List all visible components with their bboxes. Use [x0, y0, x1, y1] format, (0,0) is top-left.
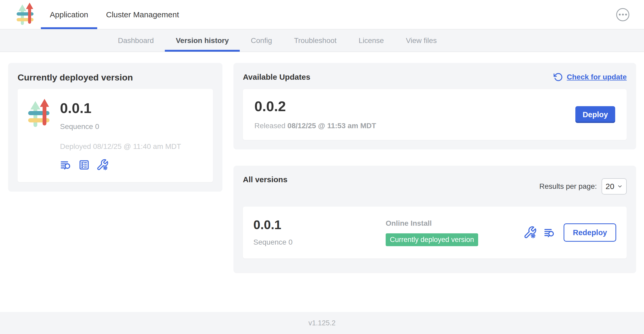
- edit-config-icon[interactable]: [523, 226, 537, 239]
- tab-dashboard[interactable]: Dashboard: [107, 29, 165, 52]
- update-released-timestamp: Released 08/12/25 @ 11:53 am MDT: [254, 122, 376, 130]
- tab-troubleshoot[interactable]: Troubleshoot: [283, 29, 347, 52]
- tab-view-files[interactable]: View files: [395, 29, 448, 52]
- deployed-version-info: 0.0.1 Sequence 0 Deployed 08/12/25 @ 11:…: [60, 99, 181, 171]
- update-row: 0.0.2 Released 08/12/25 @ 11:53 am MDT D…: [243, 89, 627, 140]
- deployed-version-card: 0.0.1 Sequence 0 Deployed 08/12/25 @ 11:…: [18, 89, 213, 182]
- version-row-status: Online Install Currently deployed versio…: [386, 219, 523, 246]
- release-notes-icon[interactable]: [60, 159, 72, 171]
- deployed-version-actions: [60, 159, 181, 171]
- deployed-sequence: Sequence 0: [60, 122, 181, 131]
- console-version-label: v1.125.2: [308, 319, 336, 327]
- app-logo: [15, 0, 36, 29]
- available-updates-card: Available Updates Check for update 0.0.2: [233, 63, 636, 149]
- currently-deployed-card: Currently deployed version 0.0.1 Sequenc…: [8, 63, 222, 192]
- version-row-info: 0.0.1 Sequence 0: [253, 219, 386, 246]
- results-per-page: Results per page: 20: [539, 178, 627, 195]
- ellipsis-menu-button[interactable]: [616, 8, 629, 21]
- footer: v1.125.2: [0, 312, 644, 334]
- refresh-icon: [554, 72, 563, 82]
- row-version-number: 0.0.1: [253, 219, 386, 231]
- edit-config-icon[interactable]: [96, 159, 109, 171]
- update-info: 0.0.2 Released 08/12/25 @ 11:53 am MDT: [254, 99, 376, 130]
- released-prefix: Released: [254, 122, 285, 130]
- chevron-down-icon: [617, 184, 623, 189]
- results-per-page-select[interactable]: 20: [602, 178, 627, 195]
- tab-config[interactable]: Config: [240, 29, 283, 52]
- top-tab-bar: Application Cluster Management: [41, 0, 188, 29]
- currently-deployed-title: Currently deployed version: [18, 72, 213, 83]
- release-notes-icon[interactable]: [544, 227, 556, 239]
- right-column: Available Updates Check for update 0.0.2: [233, 63, 636, 273]
- results-per-page-value: 20: [605, 182, 614, 191]
- deployed-version-number: 0.0.1: [60, 101, 181, 115]
- available-updates-title: Available Updates: [243, 73, 310, 82]
- app-logo-icon: [27, 99, 52, 171]
- version-row: 0.0.1 Sequence 0 Online Install Currentl…: [243, 207, 627, 258]
- top-nav: Application Cluster Management: [0, 0, 644, 29]
- update-version-number: 0.0.2: [254, 99, 376, 113]
- top-nav-spacer: [188, 0, 616, 29]
- ellipsis-icon: [619, 14, 627, 15]
- top-tab-application[interactable]: Application: [41, 0, 97, 29]
- currently-deployed-badge: Currently deployed version: [386, 233, 478, 246]
- released-date: 08/12/25 @ 11:53 am MDT: [287, 122, 376, 130]
- tab-license[interactable]: License: [348, 29, 395, 52]
- install-type-label: Online Install: [386, 219, 523, 228]
- results-per-page-label: Results per page:: [539, 182, 597, 191]
- check-for-update-label: Check for update: [567, 73, 627, 81]
- all-versions-title: All versions: [243, 175, 287, 184]
- redeploy-button[interactable]: Redeploy: [564, 223, 616, 242]
- deploy-button[interactable]: Deploy: [575, 106, 615, 123]
- row-sequence: Sequence 0: [253, 238, 386, 246]
- main-content: Currently deployed version 0.0.1 Sequenc…: [0, 52, 644, 312]
- check-for-update-link[interactable]: Check for update: [554, 72, 627, 82]
- deployed-timestamp: Deployed 08/12/25 @ 11:40 am MDT: [60, 142, 181, 151]
- version-row-actions: Redeploy: [523, 223, 616, 242]
- preflight-checks-icon[interactable]: [78, 159, 90, 171]
- tab-version-history[interactable]: Version history: [165, 29, 240, 52]
- app-logo-icon: [16, 3, 35, 27]
- all-versions-card: All versions Results per page: 20: [233, 166, 636, 273]
- app-sub-nav: Dashboard Version history Config Trouble…: [0, 29, 644, 52]
- top-tab-cluster-management[interactable]: Cluster Management: [97, 0, 188, 29]
